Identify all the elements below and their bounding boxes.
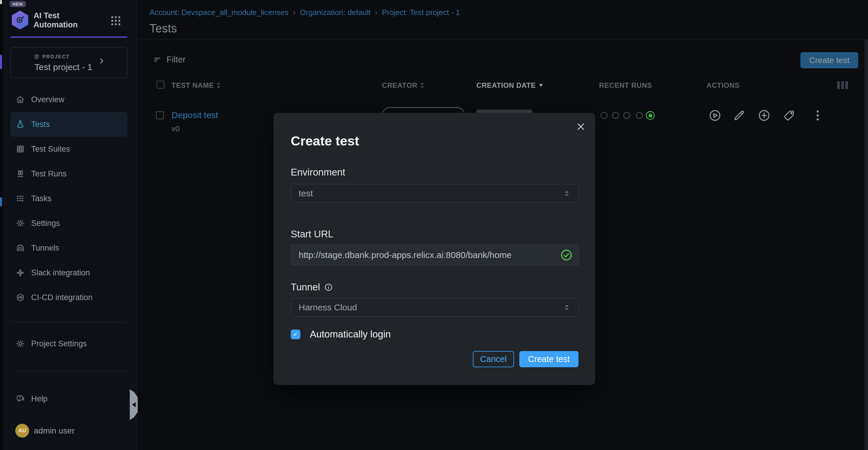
sidebar-item-label: Tunnels <box>31 244 59 253</box>
column-label: RECENT RUNS <box>599 81 652 89</box>
add-plus-icon[interactable] <box>757 109 771 122</box>
run-status-dot[interactable] <box>600 112 608 119</box>
avatar: AU <box>15 424 29 438</box>
cancel-button[interactable]: Cancel <box>473 351 514 367</box>
filter-icon <box>153 56 161 64</box>
auto-login-label: Automatically login <box>310 329 391 340</box>
sidebar-item-tunnels[interactable]: Tunnels <box>10 235 127 260</box>
column-header-recent-runs: RECENT RUNS <box>599 81 652 89</box>
brand-underline <box>10 36 127 38</box>
sort-desc-icon <box>538 83 544 87</box>
tunnel-select[interactable]: Harness Cloud <box>291 298 579 317</box>
sidebar-item-tests[interactable]: Tests <box>10 112 127 137</box>
column-label: CREATOR <box>382 81 417 89</box>
environment-label: Environment <box>291 167 345 178</box>
sidebar-item-label: Project Settings <box>31 339 87 348</box>
rail-sliver <box>0 197 2 206</box>
rail-sliver <box>0 55 2 69</box>
edit-pencil-icon[interactable] <box>732 109 746 122</box>
environment-select[interactable]: test <box>291 184 579 203</box>
tunnel-value: Harness Cloud <box>299 303 357 312</box>
new-badge: NEW <box>10 1 26 7</box>
tunnel-label-text: Tunnel <box>291 282 320 293</box>
project-label: PROJECT <box>42 54 70 59</box>
run-status-dot[interactable] <box>612 112 619 119</box>
sidebar-item-slack-integration[interactable]: Slack integration <box>10 260 127 285</box>
sidebar-item-settings[interactable]: Settings <box>10 211 127 235</box>
sidebar-item-label: Settings <box>31 219 60 228</box>
sort-arrows-icon <box>217 82 221 89</box>
sort-arrows-icon <box>420 82 424 89</box>
column-header-creator[interactable]: CREATOR <box>382 81 424 89</box>
tag-icon[interactable] <box>782 109 796 122</box>
row-checkbox[interactable] <box>156 111 164 119</box>
sidebar-item-tasks[interactable]: Tasks <box>10 186 127 211</box>
chevron-right-icon <box>98 57 105 66</box>
sidebar-item-help[interactable]: ? Help <box>10 386 127 411</box>
sidebar-divider <box>10 322 127 322</box>
info-icon[interactable] <box>324 283 333 291</box>
breadcrumb-organization[interactable]: Organization: default <box>300 8 370 17</box>
start-url-value: http://stage.dbank.prod-apps.relicx.ai:8… <box>299 250 512 260</box>
modal-title: Create test <box>291 133 359 149</box>
run-status-dot-passed[interactable] <box>646 111 655 120</box>
collapsed-module-rail <box>0 0 3 450</box>
slack-icon <box>16 268 25 277</box>
sidebar-item-label: Slack integration <box>31 268 90 277</box>
breadcrumb-project[interactable]: Project: Test project - 1 <box>382 8 460 17</box>
create-test-modal: Create test Environment test Start URL h… <box>273 113 595 385</box>
filter-button[interactable]: Filter <box>153 55 185 64</box>
valid-check-icon <box>560 249 572 261</box>
breadcrumb-separator: › <box>293 8 296 17</box>
column-header-creation-date[interactable]: CREATION DATE <box>476 81 544 89</box>
app-root: NEW AI Test Automation PROJECT Test proj… <box>0 0 868 450</box>
sidebar-item-test-runs[interactable]: Test Runs <box>10 161 127 186</box>
flask-icon <box>16 119 25 129</box>
breadcrumb-account[interactable]: Account: Devspace_all_module_licenses <box>150 8 289 17</box>
column-header-actions: ACTIONS <box>707 81 739 89</box>
module-grid-icon[interactable] <box>111 16 122 26</box>
page-title: Tests <box>150 22 177 35</box>
sidebar-item-label: Tests <box>31 120 50 129</box>
svg-text:?: ? <box>19 396 21 400</box>
select-all-checkbox[interactable] <box>157 81 164 89</box>
collapse-arrow-icon <box>132 402 136 407</box>
auto-login-checkbox[interactable]: ✓ <box>291 330 301 339</box>
sidebar-divider <box>10 371 127 371</box>
project-name: Test project - 1 <box>34 62 92 72</box>
run-status-dot[interactable] <box>623 112 630 119</box>
breadcrumb: Account: Devspace_all_module_licenses › … <box>150 8 460 17</box>
app-logo <box>11 10 29 29</box>
select-chevrons-icon <box>563 189 571 198</box>
kebab-menu-icon[interactable] <box>811 109 825 122</box>
sidebar-item-overview[interactable]: Overview <box>10 87 127 112</box>
auto-login-row[interactable]: ✓ Automatically login <box>291 329 391 340</box>
user-name: admin user <box>34 426 75 435</box>
create-test-button[interactable]: Create test <box>800 52 858 68</box>
column-label: TEST NAME <box>172 81 214 89</box>
run-status-dot[interactable] <box>636 112 643 119</box>
tunnel-label: Tunnel <box>291 282 333 293</box>
sidebar-item-project-settings[interactable]: Project Settings <box>10 331 127 356</box>
sidebar-item-test-suites[interactable]: Test Suites <box>10 137 127 161</box>
filter-label: Filter <box>166 55 185 64</box>
create-test-submit-button[interactable]: Create test <box>519 351 579 367</box>
sidebar-item-label: Help <box>31 394 48 403</box>
close-icon[interactable] <box>575 121 586 132</box>
sidebar-item-label: Overview <box>31 95 64 104</box>
sidebar-item-label: CI-CD integration <box>31 293 93 302</box>
scrollbar-track[interactable] <box>865 40 868 450</box>
help-chat-icon: ? <box>16 394 25 403</box>
home-icon <box>16 95 25 104</box>
column-settings-icon[interactable] <box>837 81 848 89</box>
test-runs-icon <box>16 169 25 178</box>
test-name-link[interactable]: Deposit test <box>172 110 218 120</box>
select-chevrons-icon <box>563 303 571 312</box>
cube-icon <box>34 54 39 59</box>
sidebar-item-cicd-integration[interactable]: CI-CD integration <box>10 285 127 310</box>
user-menu[interactable]: AU admin user <box>15 424 75 438</box>
start-url-input[interactable]: http://stage.dbank.prod-apps.relicx.ai:8… <box>291 245 579 265</box>
start-url-label: Start URL <box>291 228 333 240</box>
column-header-test-name[interactable]: TEST NAME <box>172 81 221 89</box>
run-test-icon[interactable] <box>708 109 722 122</box>
